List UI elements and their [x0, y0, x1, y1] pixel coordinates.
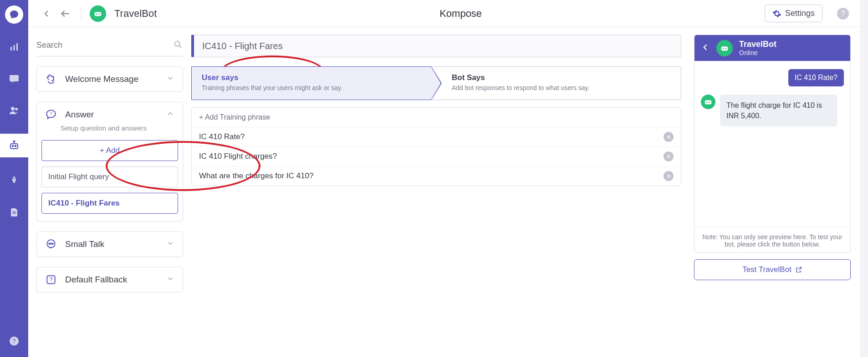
chat-preview: TravelBot Online IC 410 Rate? The flight… [694, 35, 851, 253]
tab-user-says[interactable]: User says Training phrases that your use… [191, 66, 431, 100]
svg-point-29 [706, 102, 708, 103]
external-link-icon [795, 266, 802, 273]
bot-avatar [90, 5, 106, 22]
svg-point-21 [51, 243, 51, 244]
svg-rect-1 [14, 45, 15, 50]
svg-rect-10 [12, 211, 16, 212]
add-phrase-input[interactable]: + Add Training phrase [192, 108, 681, 127]
intent-title-input[interactable]: IC410 - Flight Fares [191, 35, 681, 57]
delete-phrase-icon[interactable]: ✕ [664, 151, 674, 161]
chat-header: TravelBot Online [694, 35, 850, 61]
phrase-row[interactable]: IC 410 Rate? ✕ [192, 127, 681, 147]
answer-section: ? Answer Setup question and answers + Ad… [36, 102, 183, 221]
answer-desc: Setup question and answers [61, 124, 178, 132]
bot-name: TravelBot [114, 8, 157, 20]
svg-point-22 [52, 243, 53, 244]
svg-rect-25 [721, 46, 728, 50]
gear-icon [772, 9, 781, 18]
divider [81, 6, 82, 21]
test-bot-button[interactable]: Test TravelBot [694, 259, 851, 280]
preview-back-icon[interactable] [701, 43, 710, 54]
preview-panel: TravelBot Online IC 410 Rate? The flight… [694, 35, 851, 357]
right-scroll-strip [860, 0, 868, 357]
answer-header[interactable]: ? Answer [37, 102, 183, 127]
svg-point-3 [11, 107, 15, 111]
nav-help-icon[interactable]: ? [5, 332, 23, 350]
smalltalk-section[interactable]: Small Talk [36, 231, 183, 257]
help-icon[interactable]: ? [837, 8, 849, 20]
user-message: IC 410 Rate? [788, 69, 844, 86]
settings-button[interactable]: Settings [765, 5, 822, 22]
nav-bot-icon[interactable] [0, 134, 28, 157]
intent-item[interactable]: IC410 - Flight Fares [41, 193, 178, 214]
chevron-down-icon [166, 275, 174, 285]
svg-point-4 [15, 108, 18, 111]
svg-rect-5 [10, 144, 18, 149]
svg-rect-28 [705, 100, 712, 104]
left-nav-rail: ? [0, 0, 28, 357]
smalltalk-label: Small Talk [65, 239, 158, 249]
back-button[interactable] [39, 6, 55, 21]
svg-rect-14 [95, 12, 102, 16]
topbar: TravelBot Kompose Settings ? [28, 0, 860, 27]
svg-rect-0 [10, 47, 12, 50]
user-tab-subtitle: Training phrases that your users might a… [202, 84, 421, 91]
svg-point-15 [96, 13, 97, 15]
bot-avatar [701, 95, 715, 109]
phrase-text: IC 410 Flight charges? [199, 152, 277, 161]
preview-note: Note: You can only see preview here. To … [694, 226, 850, 252]
nav-analytics-icon[interactable] [5, 38, 23, 55]
chat-icon [45, 238, 57, 250]
phrase-row[interactable]: What are the charges for IC 410? ✕ [192, 166, 681, 186]
bot-tab-subtitle: Add bot responses to respond to what use… [452, 84, 671, 91]
nav-doc-icon[interactable] [5, 204, 23, 221]
chevron-down-icon [166, 239, 174, 249]
welcome-section[interactable]: Welcome Message [36, 66, 183, 92]
delete-phrase-icon[interactable]: ✕ [664, 171, 674, 181]
left-panel: Welcome Message ? Answer [36, 35, 183, 357]
user-tab-title: User says [202, 73, 421, 82]
search-input[interactable] [36, 40, 173, 50]
nav-conversations-icon[interactable] [5, 70, 23, 87]
wave-icon [45, 73, 57, 85]
nav-rocket-icon[interactable] [5, 172, 23, 189]
brand-logo[interactable] [5, 5, 23, 24]
phrase-row[interactable]: IC 410 Flight charges? ✕ [192, 147, 681, 166]
phrase-text: IC 410 Rate? [199, 132, 245, 141]
svg-rect-2 [16, 43, 18, 50]
delete-phrase-icon[interactable]: ✕ [664, 132, 674, 142]
answer-icon: ? [45, 109, 57, 121]
chevron-up-icon [166, 110, 174, 120]
back-arrow-icon[interactable] [57, 6, 73, 21]
intent-item[interactable]: Initial Flight query [41, 166, 178, 187]
add-intent-button[interactable]: + Add [41, 140, 178, 161]
search-box[interactable] [36, 35, 183, 56]
svg-point-30 [709, 102, 710, 103]
search-icon [173, 40, 183, 51]
svg-point-16 [98, 13, 100, 15]
chevron-down-icon [166, 74, 174, 84]
svg-point-7 [15, 146, 16, 147]
bot-avatar [716, 40, 733, 56]
svg-point-6 [12, 146, 14, 147]
app-title: Kompose [165, 8, 756, 20]
preview-bot-name: TravelBot [739, 40, 776, 49]
chat-body: IC 410 Rate? The flight charge for IC 41… [694, 61, 850, 226]
svg-rect-11 [12, 213, 16, 214]
test-bot-label: Test TravelBot [742, 265, 791, 274]
svg-text:?: ? [50, 111, 52, 116]
preview-bot-status: Online [739, 49, 776, 56]
tab-bot-says[interactable]: Bot Says Add bot responses to respond to… [431, 66, 681, 100]
nav-users-icon[interactable] [5, 102, 23, 119]
settings-label: Settings [785, 9, 815, 18]
svg-point-9 [14, 178, 15, 180]
svg-point-8 [14, 141, 15, 142]
phrase-text: What are the charges for IC 410? [199, 171, 313, 181]
center-editor: IC410 - Flight Fares User says Training … [191, 35, 686, 357]
svg-point-27 [725, 48, 726, 49]
training-phrase-list: + Add Training phrase IC 410 Rate? ✕ IC … [191, 107, 681, 186]
bot-tab-title: Bot Says [452, 73, 671, 82]
welcome-label: Welcome Message [65, 74, 158, 84]
fallback-section[interactable]: ? Default Fallback [36, 267, 183, 292]
svg-text:?: ? [12, 337, 16, 345]
